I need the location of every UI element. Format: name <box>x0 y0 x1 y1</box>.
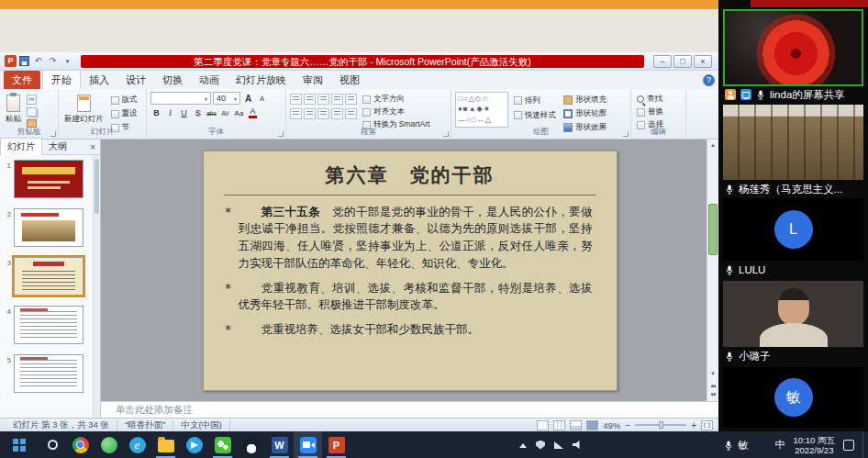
tab-insert[interactable]: 插入 <box>81 71 117 89</box>
search-button[interactable] <box>39 431 66 458</box>
undo-button[interactable] <box>32 55 44 67</box>
clipboard-dialog-launcher[interactable] <box>50 131 56 137</box>
hidden-icons-chevron[interactable] <box>519 443 527 448</box>
action-center-icon[interactable] <box>843 440 854 451</box>
layout-button[interactable]: 版式 <box>109 95 139 106</box>
numbering-button[interactable] <box>304 94 316 105</box>
line-spacing-button[interactable] <box>345 94 357 105</box>
slide-body-text[interactable]: 第三十五条 党的干部是党的事业的骨干，是人民的公仆，要做到忠诚干净担当。党按照德… <box>224 204 593 339</box>
taskbar-app-telegram[interactable] <box>180 431 208 458</box>
taskbar-app-360-browser[interactable] <box>95 431 123 458</box>
network-icon[interactable] <box>554 441 563 449</box>
slide-sorter-view-button[interactable] <box>553 420 565 430</box>
participant-tile-min[interactable]: 敏 <box>723 367 863 428</box>
grow-font-button[interactable] <box>242 93 254 105</box>
shape-outline-button[interactable]: 形状轮廓 <box>562 108 608 119</box>
previous-slide-button[interactable] <box>710 382 715 388</box>
slide-3-thumbnail-selected[interactable] <box>14 257 83 296</box>
restore-button[interactable]: □ <box>673 55 692 68</box>
taskbar-app-internet-explorer[interactable]: e <box>123 431 151 458</box>
tab-home[interactable]: 开始 <box>42 70 81 89</box>
strikethrough-button[interactable] <box>206 107 217 119</box>
new-slide-button[interactable]: 新建幻灯片 <box>62 92 106 128</box>
show-desktop-button[interactable] <box>862 431 865 458</box>
scroll-up-icon[interactable] <box>711 140 715 151</box>
participant-video-xiaoluzi[interactable] <box>723 281 863 347</box>
copy-icon[interactable] <box>27 107 37 117</box>
taskbar-app-chrome[interactable] <box>66 431 95 458</box>
qat-dropdown-icon[interactable] <box>61 55 73 67</box>
align-text-button[interactable]: 对齐文本 <box>361 106 431 117</box>
shapes-gallery[interactable] <box>455 92 508 128</box>
cut-icon[interactable] <box>27 95 37 105</box>
reset-button[interactable]: 重设 <box>109 108 139 119</box>
justify-button[interactable] <box>331 108 343 119</box>
participant-video-yang[interactable] <box>723 105 863 180</box>
drawing-dialog-launcher[interactable] <box>623 131 629 137</box>
shape-fill-button[interactable]: 形状填充 <box>562 95 608 106</box>
participant-tile-lulu[interactable]: L <box>723 198 863 261</box>
fit-to-window-button[interactable] <box>701 420 713 430</box>
zoom-in-button[interactable] <box>691 420 696 430</box>
font-color-button[interactable] <box>247 107 259 119</box>
replace-button[interactable]: 替换 <box>635 106 665 117</box>
redo-button[interactable] <box>47 55 59 67</box>
zoom-out-button[interactable] <box>625 420 630 430</box>
zoom-slider[interactable] <box>635 424 686 426</box>
tab-slides-pane[interactable]: 幻灯片 <box>0 138 42 156</box>
thumbnail-scrollbar[interactable] <box>93 155 100 418</box>
slideshow-view-button[interactable] <box>586 420 598 430</box>
taskbar-app-word[interactable]: W <box>265 431 294 458</box>
scrollbar-track[interactable] <box>707 151 718 368</box>
slide-2-thumbnail[interactable] <box>14 208 83 247</box>
taskbar-app-tencent-meeting[interactable] <box>294 431 322 458</box>
help-icon[interactable] <box>703 74 715 86</box>
font-size-select[interactable]: 40 <box>213 92 240 105</box>
slide-title[interactable]: 第六章 党的干部 <box>204 162 617 188</box>
volume-icon[interactable] <box>573 441 582 450</box>
clock[interactable]: 10:10 周五 2022/9/23 <box>794 435 835 455</box>
font-name-select[interactable] <box>150 92 211 105</box>
scroll-down-icon[interactable] <box>711 368 715 379</box>
slide-canvas[interactable]: 第六章 党的干部 第三十五条 党的干部是党的事业的骨干，是人民的公仆，要做到忠诚… <box>203 151 618 391</box>
columns-button[interactable] <box>345 108 357 119</box>
security-icon[interactable] <box>536 441 545 450</box>
tab-slideshow[interactable]: 幻灯片放映 <box>228 71 295 89</box>
close-button[interactable]: × <box>694 55 712 68</box>
shrink-font-button[interactable] <box>256 93 268 105</box>
underline-button[interactable] <box>178 107 190 119</box>
bullets-button[interactable] <box>290 94 302 105</box>
tab-outline-pane[interactable]: 大纲 <box>42 139 73 155</box>
close-pane-icon[interactable] <box>85 142 100 152</box>
font-dialog-launcher[interactable] <box>278 131 284 137</box>
participant-video-linda[interactable] <box>723 9 863 86</box>
input-method-indicator[interactable]: 中 <box>775 438 785 452</box>
taskbar-app-wechat[interactable] <box>208 431 237 458</box>
zoom-slider-thumb[interactable] <box>659 421 663 429</box>
powerpoint-app-icon[interactable]: P <box>5 55 17 67</box>
editor-scrollbar[interactable] <box>707 140 718 401</box>
text-direction-button[interactable]: 文字方向 <box>361 94 431 105</box>
align-right-button[interactable] <box>317 108 329 119</box>
quick-styles-button[interactable]: 快速样式 <box>512 109 558 121</box>
arrange-button[interactable]: 排列 <box>512 95 558 106</box>
minimize-button[interactable]: – <box>653 55 672 68</box>
align-center-button[interactable] <box>304 108 316 119</box>
paragraph-dialog-launcher[interactable] <box>443 131 449 137</box>
text-shadow-button[interactable] <box>192 107 204 119</box>
find-button[interactable]: 查找 <box>635 94 665 105</box>
tab-review[interactable]: 审阅 <box>295 71 331 89</box>
slide-4-thumbnail[interactable] <box>14 306 83 344</box>
tab-transitions[interactable]: 切换 <box>154 71 191 89</box>
slide-5-thumbnail[interactable] <box>14 354 83 393</box>
normal-view-button[interactable] <box>537 420 549 430</box>
bold-button[interactable] <box>150 107 162 119</box>
reading-view-button[interactable] <box>570 420 582 430</box>
start-button[interactable] <box>0 431 39 458</box>
decrease-indent-button[interactable] <box>317 94 329 105</box>
language-indicator[interactable]: 中文(中国) <box>173 419 229 431</box>
paste-button[interactable]: 粘贴 <box>4 92 23 128</box>
tab-file[interactable]: 文件 <box>4 71 40 89</box>
character-spacing-button[interactable] <box>219 107 231 119</box>
bullet-item[interactable]: 第三十五条 党的干部是党的事业的骨干，是人民的公仆，要做到忠诚干净担当。党按照德… <box>224 204 593 273</box>
